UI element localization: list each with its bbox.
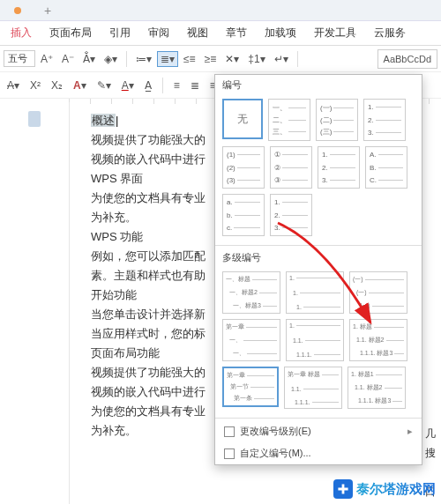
edit-number-level-label: 更改编号级别(E) [240,425,311,438]
align-center-button[interactable]: ≣ [187,78,203,93]
font-size-select[interactable]: 五号 [4,50,35,67]
clear-format-button[interactable]: ◈▾ [101,51,121,67]
menu-developer[interactable]: 开发工具 [309,23,362,43]
multilevel-style-5[interactable]: 1. 标题1.1. 标题21.1.1. 标题3 [349,319,407,361]
numbering-style-6[interactable]: A.B.C. [365,146,407,189]
multilevel-style-1[interactable]: 1.1.1. [286,271,344,314]
phonetic-guide-button[interactable]: A̐▾ [79,51,99,67]
font-shrink-button[interactable]: A⁻ [58,51,78,67]
clipped-text: 几被 [425,424,441,443]
menu-view[interactable]: 视图 [182,23,213,43]
custom-numbering-item[interactable]: 自定义编号(M)... [215,442,422,464]
custom-numbering-label: 自定义编号(M)... [240,447,311,460]
watermark: 泰尔塔游戏网 [333,479,436,499]
font-color-button[interactable]: A▾ [118,78,138,93]
numbering-none[interactable]: 无 [222,99,263,139]
char-shading-button[interactable]: A̲ [141,78,155,93]
submenu-arrow-icon: ▸ [407,426,413,437]
align-left-button[interactable]: ≡ [170,78,183,93]
increase-indent-button[interactable]: ≥≡ [201,51,220,67]
numbering-style-0[interactable]: 一、二、三、 [268,99,310,141]
watermark-text: 泰尔塔游戏网 [356,481,436,498]
menu-cloud[interactable]: 云服务 [369,23,411,43]
watermark-logo-icon [333,479,353,499]
tab-active-indicator [14,7,21,14]
menu-addins[interactable]: 加载项 [259,23,302,43]
menu-review[interactable]: 审阅 [143,23,175,43]
multilevel-style-3[interactable]: 第一章一、一、 [222,319,280,361]
custom-numbering-icon [224,448,235,459]
numbering-style-8[interactable]: 1.2.3. [270,194,312,236]
numbering-style-7[interactable]: a.b.c. [222,194,265,236]
numbering-style-5[interactable]: 1.2.3. [318,146,360,189]
menu-bar: 插入 页面布局 引用 审阅 视图 章节 加载项 开发工具 云服务 [0,21,441,46]
numbering-style-2[interactable]: 1.2.3. [363,99,406,141]
menu-insert[interactable]: 插入 [5,23,37,43]
multilevel-style-4[interactable]: 1.1.1.1.1.1. [286,319,344,361]
clipped-text: 搜索 [425,443,441,463]
sort-button[interactable]: ✕▾ [221,51,243,67]
multilevel-style-7[interactable]: 第一章 标题1.1.1.1.1. [284,367,342,409]
strike-button[interactable]: A▾ [4,78,23,93]
numbering-style-4[interactable]: ①②③ [270,146,312,189]
asian-layout-button[interactable]: ‡1▾ [244,51,268,67]
multilevel-style-8[interactable]: 1. 标题11.1. 标题21.1.1. 标题3 [348,367,406,409]
superscript-button[interactable]: X² [26,78,44,93]
toolbar-row-1: 五号 A⁺ A⁻ A̐▾ ◈▾ ≔▾ ≣▾ ≤≡ ≥≡ ✕▾ ‡1▾ ↵▾ Aa… [0,46,441,72]
level-edit-icon [224,426,235,437]
edit-number-level-item[interactable]: 更改编号级别(E) ▸ [215,420,422,442]
style-preview[interactable]: AaBbCcDd [377,49,437,69]
numbering-dropdown: 编号 无一、二、三、(一)(二)(三)1.2.3.(1)(2)(3)①②③1.2… [214,74,422,465]
menu-sections[interactable]: 章节 [220,23,252,43]
numbering-section-title: 编号 [215,75,422,95]
clipped-text [425,385,441,404]
clipped-text [425,366,441,385]
clipped-text [425,346,441,366]
multilevel-section-title: 多级编号 [215,248,422,268]
numbering-style-3[interactable]: (1)(2)(3) [222,146,265,189]
clipped-text [425,327,441,346]
multilevel-style-6[interactable]: 第一章第一节第一条 [222,367,279,407]
show-marks-button[interactable]: ↵▾ [271,51,292,67]
clipped-text [425,288,441,308]
page-thumbnail-icon[interactable] [28,111,41,127]
decrease-indent-button[interactable]: ≤≡ [180,51,199,67]
clipped-text [425,308,441,327]
numbering-style-1[interactable]: (一)(二)(三) [316,99,358,141]
menu-references[interactable]: 引用 [104,23,136,43]
menu-page-layout[interactable]: 页面布局 [44,23,97,43]
multilevel-style-0[interactable]: 一、标题一、标题2一、标题3 [222,271,280,314]
highlight-button[interactable]: ✎▾ [93,78,115,93]
bullets-button[interactable]: ≔▾ [132,51,155,67]
subscript-button[interactable]: X₂ [48,78,66,93]
new-tab-button[interactable]: + [37,4,58,18]
multilevel-style-2[interactable]: (一)(一)(一) [349,271,407,314]
numbering-button[interactable]: ≣▾ [157,51,178,67]
text-effects-button[interactable]: A▾ [70,78,90,93]
font-grow-button[interactable]: A⁺ [37,51,56,67]
clipped-text [425,404,441,424]
